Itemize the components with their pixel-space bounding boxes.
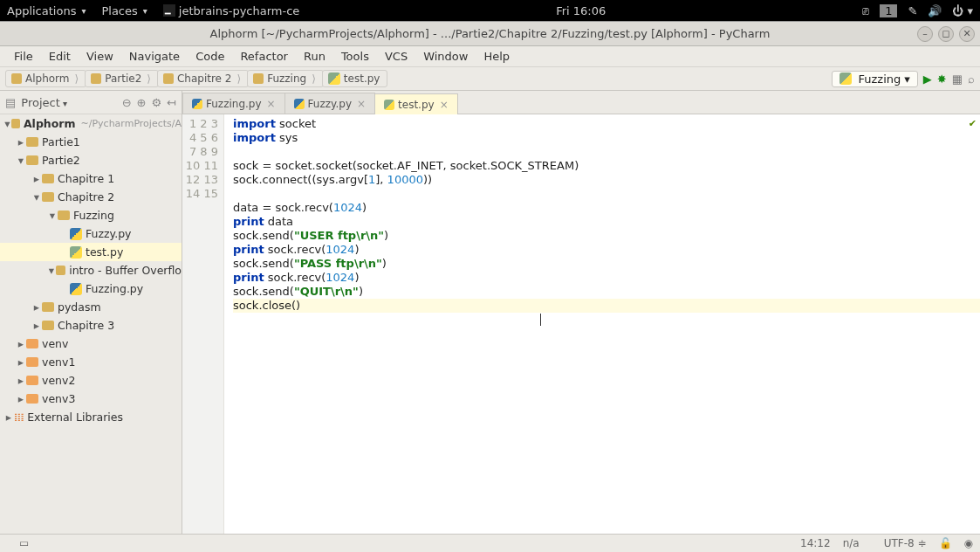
window-maximize-button[interactable]: ◻ bbox=[938, 26, 954, 42]
os-clock: Fri 16:06 bbox=[556, 4, 606, 17]
editor-area: Fuzzing.py× Fuzzy.py× test.py× 1 2 3 4 5… bbox=[182, 91, 980, 534]
crumb-file[interactable]: test.py bbox=[322, 70, 388, 87]
tree-item[interactable]: ▸venv1 bbox=[0, 353, 182, 371]
window-titlebar: Alphorm [~/PycharmProjects/Alphorm] - ..… bbox=[0, 22, 980, 46]
hide-panel-icon[interactable]: ↤ bbox=[167, 96, 176, 109]
folder-icon bbox=[42, 302, 54, 312]
os-places-menu[interactable]: Places bbox=[101, 4, 147, 17]
tree-item[interactable]: ▸Partie1 bbox=[0, 133, 182, 151]
pycharm-icon bbox=[163, 4, 175, 17]
folder-icon bbox=[42, 174, 54, 183]
editor-tab[interactable]: Fuzzy.py× bbox=[284, 93, 375, 114]
tree-item-file-selected[interactable]: test.py bbox=[0, 243, 182, 261]
tab-label: Fuzzing.py bbox=[206, 98, 262, 110]
menu-edit[interactable]: Edit bbox=[42, 48, 78, 65]
tree-item-file[interactable]: Fuzzy.py bbox=[0, 224, 182, 243]
readonly-lock-icon[interactable]: 🔓 bbox=[939, 537, 952, 549]
tree-item[interactable]: ▸Chapitre 1 bbox=[0, 169, 182, 188]
folder-icon bbox=[56, 266, 65, 275]
taskbar-app[interactable]: jetbrains-pycharm-ce bbox=[163, 4, 300, 17]
crumb-root[interactable]: Alphorm bbox=[5, 70, 86, 87]
menu-view[interactable]: View bbox=[79, 48, 120, 65]
python-file-icon bbox=[70, 283, 82, 295]
tree-label: test.py bbox=[86, 245, 123, 259]
search-everywhere-icon[interactable]: ⌕ bbox=[968, 72, 975, 86]
tree-item-external[interactable]: ▸𝍖External Libraries bbox=[0, 408, 182, 426]
tray-tool-icon[interactable]: ✎ bbox=[908, 4, 917, 17]
menu-navigate[interactable]: Navigate bbox=[122, 48, 187, 65]
menu-window[interactable]: Window bbox=[416, 48, 475, 65]
menu-code[interactable]: Code bbox=[188, 48, 231, 65]
collapse-all-icon[interactable]: ⊖ bbox=[122, 96, 132, 109]
tree-item[interactable]: ▾Chapitre 2 bbox=[0, 188, 182, 206]
tree-item-file[interactable]: Fuzzing.py bbox=[0, 279, 182, 298]
python-file-icon bbox=[70, 228, 82, 240]
editor-tabs: Fuzzing.py× Fuzzy.py× test.py× bbox=[182, 91, 980, 114]
project-panel-header[interactable]: ▤ Project ⊖ ⊕ ⚙ ↤ bbox=[0, 91, 182, 114]
inspection-ok-icon[interactable]: ✔ bbox=[969, 118, 977, 129]
menu-refactor[interactable]: Refactor bbox=[233, 48, 295, 65]
tree-item[interactable]: ▸venv2 bbox=[0, 371, 182, 390]
line-separator[interactable]: n/a bbox=[843, 537, 860, 549]
close-tab-icon[interactable]: × bbox=[267, 98, 276, 110]
code-editor[interactable]: 1 2 3 4 5 6 7 8 9 10 11 12 13 14 15 impo… bbox=[182, 114, 980, 534]
crumb-partie2[interactable]: Partie2 bbox=[85, 70, 159, 87]
tab-label: test.py bbox=[398, 99, 435, 111]
folder-icon bbox=[11, 73, 22, 84]
status-bar: ▭ 14:12 n/a UTF-8 ≑ 🔓 ◉ bbox=[0, 535, 980, 552]
tree-label: Chapitre 1 bbox=[58, 172, 114, 185]
python-file-icon bbox=[384, 100, 394, 110]
toolbar-grid-icon[interactable]: ▦ bbox=[952, 72, 963, 86]
menu-file[interactable]: File bbox=[7, 48, 40, 65]
settings-icon[interactable]: ⚙ bbox=[151, 96, 161, 109]
crumb-ch2[interactable]: Chapitre 2 bbox=[157, 70, 249, 87]
pycharm-window: Alphorm [~/PycharmProjects/Alphorm] - ..… bbox=[0, 21, 980, 552]
tree-label: Chapitre 2 bbox=[58, 190, 114, 204]
volume-icon[interactable]: 🔊 bbox=[928, 4, 942, 17]
python-file-icon bbox=[192, 99, 202, 109]
tree-label: venv3 bbox=[42, 392, 75, 405]
tree-item-root[interactable]: ▾Alphorm~/PycharmProjects/A bbox=[0, 114, 182, 133]
window-close-button[interactable]: ✕ bbox=[959, 26, 975, 42]
menu-vcs[interactable]: VCS bbox=[378, 48, 415, 65]
debug-button[interactable]: ✸ bbox=[937, 72, 947, 86]
power-icon[interactable]: ⏻ ▾ bbox=[952, 4, 973, 17]
code-content[interactable]: import socket import sys sock = socket.s… bbox=[224, 114, 980, 534]
editor-tab-active[interactable]: test.py× bbox=[374, 93, 458, 114]
tree-item[interactable]: ▾intro - Buffer Overflo bbox=[0, 261, 182, 279]
project-panel-label: Project bbox=[21, 96, 67, 109]
tree-item[interactable]: ▸venv bbox=[0, 335, 182, 353]
tree-label: Partie2 bbox=[42, 154, 80, 167]
tree-item[interactable]: ▸Chapitre 3 bbox=[0, 316, 182, 335]
tree-item[interactable]: ▾Fuzzing bbox=[0, 206, 182, 224]
crumb-fuzzing[interactable]: Fuzzing bbox=[247, 70, 324, 87]
tree-label: Fuzzy.py bbox=[86, 227, 131, 240]
status-left-icon[interactable]: ▭ bbox=[19, 537, 29, 549]
menu-help[interactable]: Help bbox=[476, 48, 517, 65]
workspace-indicator[interactable]: 1 bbox=[880, 4, 897, 17]
file-encoding[interactable]: UTF-8 ≑ bbox=[872, 537, 927, 549]
tree-label: venv2 bbox=[42, 374, 75, 387]
run-button[interactable]: ▶ bbox=[923, 72, 932, 86]
close-tab-icon[interactable]: × bbox=[440, 99, 449, 111]
menu-tools[interactable]: Tools bbox=[334, 48, 376, 65]
editor-tab[interactable]: Fuzzing.py× bbox=[182, 93, 285, 114]
tree-label: Alphorm bbox=[24, 117, 76, 130]
target-icon[interactable]: ⊕ bbox=[137, 96, 147, 109]
tray-indicator-icon[interactable]: ⎚ bbox=[862, 4, 869, 17]
window-minimize-button[interactable]: – bbox=[917, 26, 933, 42]
inspection-eye-icon[interactable]: ◉ bbox=[964, 537, 973, 549]
tree-item[interactable]: ▾Partie2 bbox=[0, 151, 182, 169]
close-tab-icon[interactable]: × bbox=[357, 98, 366, 110]
cursor-position[interactable]: 14:12 bbox=[800, 537, 831, 549]
tree-item[interactable]: ▸pydasm bbox=[0, 298, 182, 316]
project-tree[interactable]: ▾Alphorm~/PycharmProjects/A ▸Partie1 ▾Pa… bbox=[0, 114, 182, 534]
folder-icon bbox=[58, 210, 70, 220]
menu-run[interactable]: Run bbox=[297, 48, 332, 65]
os-applications-menu[interactable]: Applications bbox=[7, 4, 86, 17]
run-config-selector[interactable]: Fuzzing▾ bbox=[832, 71, 918, 87]
navbar: Alphorm Partie2 Chapitre 2 Fuzzing test.… bbox=[0, 67, 980, 91]
tree-label: pydasm bbox=[58, 300, 101, 314]
tree-label: External Libraries bbox=[27, 411, 123, 424]
tree-item[interactable]: ▸venv3 bbox=[0, 390, 182, 408]
